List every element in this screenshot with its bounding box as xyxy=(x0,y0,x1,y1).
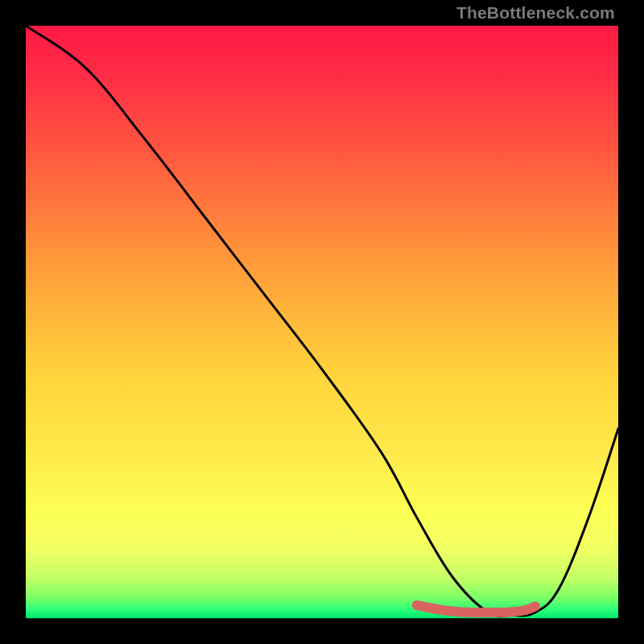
chart-canvas xyxy=(26,26,618,618)
watermark-text: TheBottleneck.com xyxy=(456,3,615,23)
chart-frame xyxy=(26,26,618,618)
gradient-background xyxy=(26,26,618,618)
